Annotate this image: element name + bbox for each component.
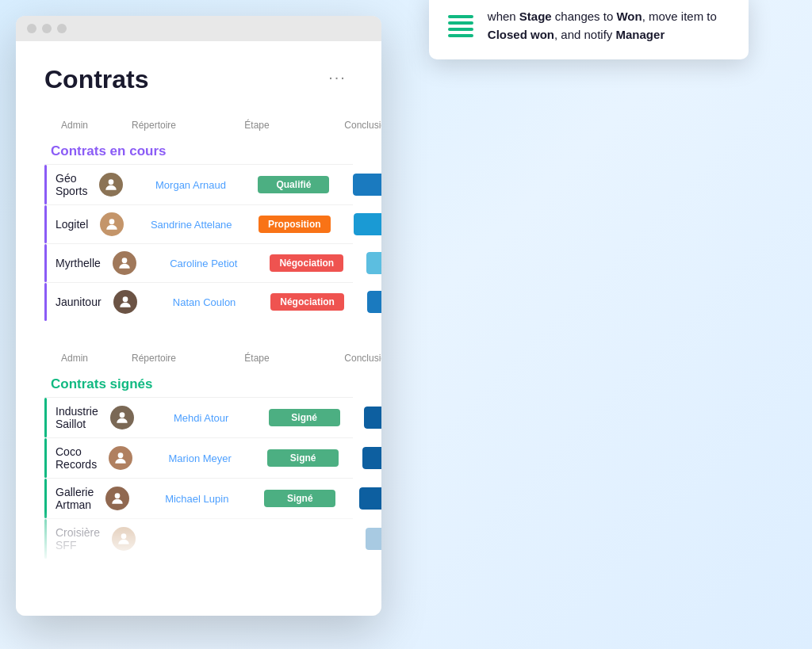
tooltip-bold-won: Won	[616, 10, 642, 23]
svg-point-1	[109, 219, 115, 224]
icon-line	[448, 15, 473, 18]
etape-cell: Signé	[252, 490, 347, 507]
tooltip-card: when Stage changes to Won, move item to …	[429, 0, 749, 59]
conclusion-bar: 80 %	[353, 174, 381, 196]
table-signes: Industrie Saillot Mehdi Atour Signé	[44, 397, 353, 559]
repertoire-cell[interactable]: Michael Lupin	[141, 493, 252, 505]
etape-badge: Signé	[267, 449, 339, 467]
row-border	[44, 519, 47, 559]
row-border	[44, 205, 47, 243]
section-title-signes: Contrats signés	[51, 376, 152, 392]
tooltip-text-2: changes to	[552, 10, 617, 23]
etape-badge: Signé	[269, 409, 340, 426]
conclusion-pct: 100 %	[362, 452, 381, 464]
browser-dot-green	[57, 24, 67, 33]
rows-icon	[448, 15, 473, 37]
admin-cell	[100, 527, 147, 551]
table-row: Gallerie Artman Michael Lupin Signé	[44, 478, 353, 518]
table-row-croisiere: Croisière SFF Signé	[44, 518, 353, 559]
table-row: Coco Records Marion Meyer Signé	[44, 437, 353, 478]
conclusion-pct: 100 %	[359, 493, 381, 505]
conclusion-pct: 100 %	[364, 412, 381, 424]
table-row: Industrie Saillot Mehdi Atour Signé	[44, 397, 353, 437]
avatar	[110, 406, 134, 429]
contract-name: Gallerie Artman	[44, 486, 94, 511]
automation-icon	[448, 15, 473, 37]
conclusion-pct: 80 %	[367, 296, 381, 308]
admin-cell	[94, 487, 141, 510]
svg-point-2	[121, 258, 127, 263]
section-signes: Admin Répertoire Étape Conclusion Montan…	[44, 349, 353, 559]
conclusion-bar	[366, 528, 381, 550]
repertoire-cell[interactable]: Marion Meyer	[144, 452, 255, 464]
tooltip-text-4: , and notify	[554, 28, 616, 41]
contract-name: Logitel	[44, 218, 88, 231]
conclusion-cell: 80 %	[341, 174, 381, 196]
svg-point-7	[121, 533, 127, 539]
etape-badge: Qualifié	[258, 176, 329, 193]
repertoire-cell[interactable]: Sandrine Attelane	[136, 219, 247, 231]
page-title: Contrats	[44, 65, 149, 94]
admin-cell	[98, 406, 146, 429]
svg-point-4	[119, 412, 124, 418]
contract-name: Croisière SFF	[44, 526, 100, 552]
row-border	[44, 283, 47, 321]
contract-name: Jaunitour	[44, 296, 102, 308]
section-en-cours: Admin Répertoire Étape Conclusion Montan…	[44, 116, 353, 321]
etape-cell: Signé	[257, 409, 352, 426]
th-repertoire-signes: Répertoire	[98, 353, 209, 372]
icon-line	[448, 28, 473, 31]
table-headers-signes: Admin Répertoire Étape Conclusion Montan…	[51, 349, 353, 376]
browser-window: Contrats ··· Admin Répertoire Étape Conc…	[16, 16, 381, 616]
conclusion-cell: 60 %	[342, 213, 381, 235]
avatar	[113, 251, 136, 275]
admin-cell	[97, 446, 144, 470]
admin-cell	[102, 290, 149, 314]
conclusion-cell: 40 %	[354, 252, 381, 274]
etape-badge: Signé	[264, 490, 335, 507]
contract-name: Myrthelle	[44, 257, 101, 269]
etape-badge: Négociation	[270, 254, 343, 272]
etape-cell: Proposition	[247, 216, 342, 233]
avatar	[109, 446, 132, 470]
avatar	[99, 173, 123, 197]
conclusion-cell: 100 %	[352, 407, 381, 429]
etape-cell: Signé	[255, 449, 350, 467]
row-border	[44, 438, 47, 478]
contract-name: Géo Sports	[44, 172, 87, 197]
conclusion-bar: 100 %	[364, 407, 381, 429]
contract-name: Industrie Saillot	[44, 405, 98, 430]
row-border	[44, 244, 47, 282]
page-header: Contrats ···	[44, 65, 353, 94]
more-options-button[interactable]: ···	[322, 65, 353, 90]
th-repertoire-encours: Répertoire	[98, 120, 209, 139]
conclusion-pct: 40 %	[366, 258, 381, 269]
table-row: Géo Sports Morgan Arnaud Qualifié	[44, 164, 353, 204]
conclusion-bar: 100 %	[362, 447, 381, 469]
th-etape-encours: Étape	[209, 120, 304, 139]
contract-name: Coco Records	[44, 445, 97, 471]
row-border	[44, 165, 47, 204]
tooltip-text-3: , move item to	[642, 10, 717, 23]
table-row: Logitel Sandrine Attelane Proposition	[44, 204, 353, 243]
tooltip-bold-manager: Manager	[616, 28, 665, 41]
svg-point-3	[122, 296, 128, 302]
th-conclusion-encours: Conclusion	[304, 120, 381, 139]
conclusion-cell: 80 %	[355, 291, 381, 313]
browser-content: Contrats ··· Admin Répertoire Étape Conc…	[16, 41, 381, 616]
tooltip-text-1: when	[488, 10, 519, 23]
repertoire-cell[interactable]: Mehdi Atour	[146, 412, 257, 424]
conclusion-bar: 60 %	[354, 213, 381, 235]
repertoire-cell[interactable]: Natan Coulon	[149, 296, 260, 308]
th-conclusion-signes: Conclusion	[304, 353, 381, 372]
etape-cell: Négociation	[260, 293, 355, 311]
browser-titlebar	[16, 16, 381, 41]
conclusion-pct: 80 %	[353, 179, 381, 191]
tooltip-bold-stage: Stage	[519, 10, 552, 23]
conclusion-bar: 40 %	[366, 252, 381, 274]
repertoire-cell[interactable]: Caroline Petiot	[148, 258, 259, 269]
admin-cell	[88, 212, 136, 236]
repertoire-cell[interactable]: Morgan Arnaud	[135, 179, 246, 191]
table-headers-en-cours: Admin Répertoire Étape Conclusion Montan…	[51, 116, 353, 143]
conclusion-fill	[366, 528, 381, 550]
